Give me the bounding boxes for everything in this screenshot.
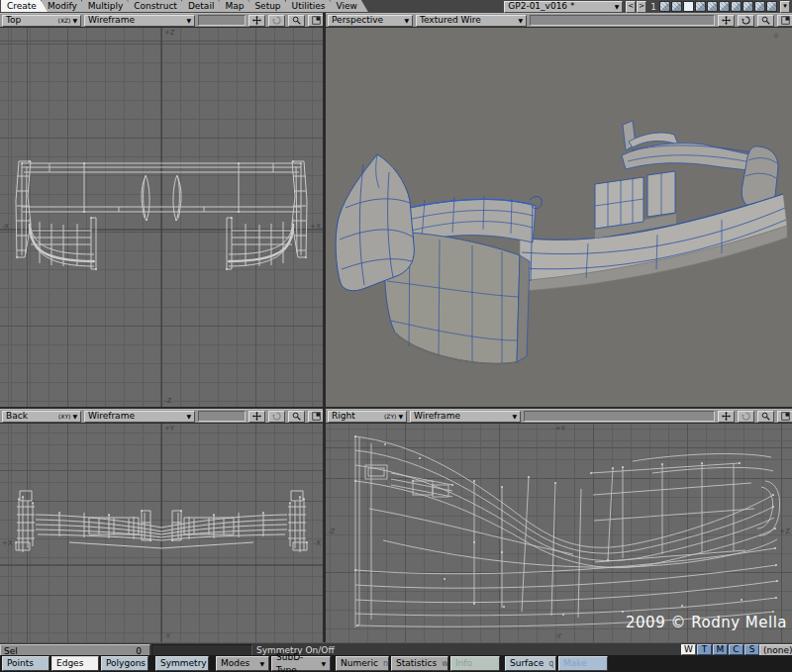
info-button[interactable]: Info (450, 656, 500, 671)
axis-label: -Y (555, 633, 561, 640)
rotate-icon[interactable] (268, 411, 285, 423)
axis-label: +X (310, 224, 321, 231)
view-type-dropdown-back[interactable]: Back (XY) ▼ (2, 411, 81, 423)
edges-mode-button[interactable]: Edges (51, 656, 99, 671)
chevron-down-icon: ▼ (514, 16, 523, 25)
viewport-header-right: Right (ZY) ▼ Wireframe ▼ (326, 409, 792, 424)
vmap-weight-button[interactable]: W (681, 644, 696, 655)
layer-bank (659, 1, 778, 12)
vmap-color-button[interactable]: C (729, 644, 743, 655)
view-type-dropdown-top[interactable]: Top (XZ) ▼ (2, 15, 81, 27)
rotate-icon[interactable] (738, 15, 754, 27)
render-mode-dropdown-back[interactable]: Wireframe ▼ (84, 411, 195, 423)
next-layer-button[interactable]: > (637, 1, 646, 13)
subd-type-dropdown[interactable]: SubD-Type▼ (271, 656, 331, 671)
status-bar: Sel 0 Symmetry On/Off W T M C S (none) ▼ (0, 642, 792, 656)
maximize-icon[interactable] (777, 411, 792, 423)
viewport-header-back: Back (XY) ▼ Wireframe ▼ (0, 409, 327, 424)
statistics-button[interactable]: Statisticsw (391, 656, 448, 671)
viewport-right-canvas[interactable]: 2009 © Rodny Mella -Z +Z +Y -Y (326, 424, 792, 642)
layer-box-active[interactable] (683, 1, 694, 12)
lightwave-modeler-window: Create Modify Multiply Construct Detail … (0, 0, 792, 672)
viewport-header-perspective: Perspective ▼ Textured Wire ▼ (326, 13, 792, 28)
pan-icon[interactable] (718, 15, 735, 27)
render-mode-dropdown-perspective[interactable]: Textured Wire ▼ (416, 15, 527, 27)
viewport-divider-horizontal[interactable] (0, 407, 792, 409)
vmap-morph-button[interactable]: M (713, 644, 728, 655)
axis-label: -X (314, 540, 321, 547)
chevron-down-icon: ▼ (611, 2, 620, 11)
viewport-title-field (524, 411, 715, 422)
pan-icon[interactable] (248, 411, 265, 423)
make-button[interactable]: Make (558, 656, 608, 671)
layer-box[interactable] (731, 1, 742, 12)
view-type-dropdown-perspective[interactable]: Perspective ▼ (328, 15, 413, 27)
surface-button[interactable]: Surfaceq (505, 656, 556, 671)
vmap-texture-button[interactable]: T (697, 644, 712, 655)
tab-modify[interactable]: Modify (42, 0, 88, 12)
viewport-perspective-canvas[interactable] (326, 28, 792, 407)
layer-box[interactable] (754, 1, 765, 12)
layer-box[interactable] (766, 1, 777, 12)
vmap-selection-button[interactable]: S (744, 644, 759, 655)
pan-icon[interactable] (248, 15, 265, 27)
layer-box[interactable] (707, 1, 718, 12)
axis-label: +Z (164, 30, 175, 37)
zoom-icon[interactable] (288, 411, 305, 423)
copyright-watermark: 2009 © Rodny Mella (626, 614, 787, 631)
chevron-down-icon: ▼ (182, 16, 191, 25)
tab-utilities[interactable]: Utilities (286, 0, 337, 12)
layer-menu-button[interactable]: ▾ (780, 1, 790, 13)
polygons-mode-button[interactable]: Polygons (101, 656, 148, 671)
viewport-top-canvas[interactable]: -X +X +Z -Z (0, 28, 323, 407)
zoom-icon[interactable] (757, 411, 774, 423)
layer-box[interactable] (695, 1, 706, 12)
pan-icon[interactable] (718, 411, 735, 423)
axis-label: +Y (164, 426, 174, 432)
chevron-down-icon: ▼ (316, 657, 326, 670)
tab-create[interactable]: Create (1, 0, 48, 12)
axis-label: -X (2, 224, 9, 231)
points-mode-button[interactable]: Points (2, 656, 50, 671)
axis-label: +Z (779, 528, 790, 535)
tab-multiply[interactable]: Multiply (82, 0, 135, 12)
render-mode-dropdown-right[interactable]: Wireframe ▼ (410, 411, 521, 423)
main-menu-tabbar: Create Modify Multiply Construct Detail … (0, 0, 792, 13)
tab-view[interactable]: View (330, 0, 367, 12)
axis-label: +X (2, 540, 13, 547)
chevron-down-icon: ▼ (508, 412, 517, 421)
layer-bank-number: 1 (647, 2, 659, 12)
layer-box[interactable] (742, 1, 753, 12)
axis-label: -Y (164, 633, 170, 640)
vmap-type-buttons: W T M C S (681, 644, 760, 655)
viewport-back-canvas[interactable]: +X -X +Y -Y (0, 424, 323, 642)
object-selector[interactable]: GP2-01_v016 * ▼ (504, 1, 623, 13)
prev-layer-button[interactable]: < (626, 1, 636, 13)
rotate-icon[interactable] (268, 15, 285, 27)
layer-box[interactable] (659, 1, 670, 12)
tab-detail[interactable]: Detail (182, 0, 226, 12)
viewport-title-field (198, 15, 246, 26)
layer-box[interactable] (671, 1, 682, 12)
chevron-down-icon: ▼ (182, 412, 191, 421)
tab-construct[interactable]: Construct (128, 0, 188, 12)
axis-label: +Y (555, 426, 565, 432)
rotate-icon[interactable] (738, 411, 754, 423)
zoom-icon[interactable] (757, 15, 774, 27)
maximize-icon[interactable] (777, 15, 792, 27)
numeric-button[interactable]: Numericn (336, 656, 389, 671)
chevron-down-icon: ▼ (254, 657, 264, 670)
chevron-down-icon: ▼ (400, 16, 409, 25)
viewport-title-field (530, 15, 715, 26)
axis-label: -Z (328, 528, 335, 535)
zoom-icon[interactable] (288, 15, 305, 27)
tab-setup[interactable]: Setup (248, 0, 291, 12)
view-type-dropdown-right[interactable]: Right (ZY) ▼ (328, 411, 407, 423)
symmetry-button[interactable]: Symmetry (155, 656, 209, 671)
render-mode-dropdown-top[interactable]: Wireframe ▼ (84, 15, 195, 27)
layer-box[interactable] (719, 1, 730, 12)
viewport-title-field (198, 411, 246, 422)
viewport-header-top: Top (XZ) ▼ Wireframe ▼ (0, 13, 327, 28)
bottom-toolbar: Points Edges Polygons Symmetry Modes▼ Su… (0, 655, 792, 672)
modes-dropdown[interactable]: Modes▼ (216, 656, 269, 671)
